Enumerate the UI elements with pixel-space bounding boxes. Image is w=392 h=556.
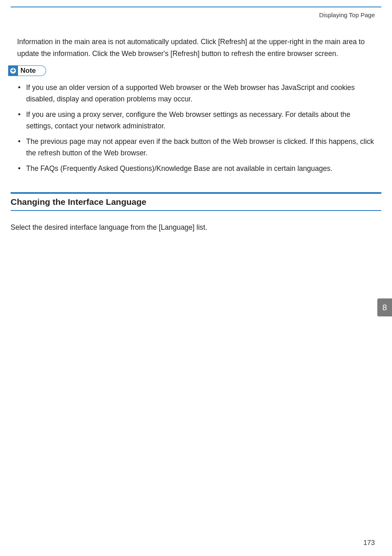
section-title: Changing the Interface Language — [11, 197, 381, 207]
down-arrow-icon — [8, 65, 18, 76]
list-item: If you use an older version of a support… — [17, 82, 375, 105]
list-item: The previous page may not appear even if… — [17, 136, 375, 159]
note-list: If you use an older version of a support… — [17, 82, 375, 174]
section-block: Changing the Interface Language Select t… — [11, 192, 381, 233]
section-body: Select the desired interface language fr… — [11, 222, 381, 233]
page: Displaying Top Page Information in the m… — [0, 0, 392, 556]
body-block: Information in the main area is not auto… — [17, 36, 375, 178]
chapter-tab: 8 — [377, 298, 392, 316]
intro-paragraph: Information in the main area is not auto… — [17, 36, 375, 60]
note-callout: Note — [8, 65, 46, 76]
running-head: Displaying Top Page — [319, 11, 375, 18]
section-rule-top — [11, 192, 381, 194]
list-item: If you are using a proxy server, configu… — [17, 109, 375, 132]
list-item: The FAQs (Frequently Asked Questions)/Kn… — [17, 163, 375, 174]
page-number: 173 — [363, 539, 375, 547]
note-label: Note — [20, 67, 36, 75]
header-divider — [11, 7, 381, 7]
section-rule-bottom — [11, 210, 381, 211]
